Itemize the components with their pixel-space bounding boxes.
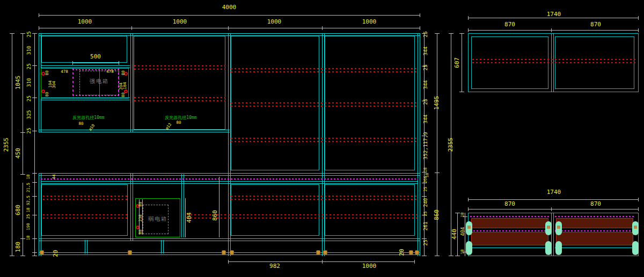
dim-label: 310 bbox=[26, 78, 32, 87]
dim-label: 25 bbox=[26, 31, 32, 37]
dim-label: 25 bbox=[26, 128, 32, 133]
dim-label: 25 bbox=[26, 95, 32, 101]
note-hole-diameter: 反光器孔径10mm bbox=[72, 116, 104, 120]
dim-power-box-width: 500 bbox=[90, 54, 101, 59]
dim-label: ø10 bbox=[88, 123, 96, 131]
dim-label: 18 bbox=[460, 212, 465, 217]
dim-label: 204 bbox=[119, 83, 123, 90]
dim-label: 21,5 bbox=[26, 183, 31, 192]
dim-bottom-982: 982 bbox=[269, 263, 280, 269]
dim-label: 92,5 bbox=[26, 196, 31, 205]
dim-label: 18 bbox=[26, 174, 31, 179]
dim-bay3: 1000 bbox=[267, 19, 282, 25]
dim-label: 404 bbox=[460, 227, 465, 236]
dim-label: 25 bbox=[423, 31, 428, 37]
dim-label: 80 bbox=[176, 121, 181, 125]
dim-label: 25 bbox=[26, 63, 32, 69]
dim-label: 25 bbox=[26, 214, 31, 219]
dim-label: 1495 bbox=[434, 96, 440, 110]
dim-label: 20 bbox=[399, 249, 405, 256]
dim-topright-width: 1740 bbox=[547, 11, 561, 17]
dim-overall-height-left: 2355 bbox=[3, 138, 9, 152]
dim-bottomright-height: 440 bbox=[451, 229, 457, 239]
dim-label: 1045 bbox=[15, 76, 21, 90]
dim-label: 310 bbox=[26, 46, 32, 55]
dim-label: 344 bbox=[423, 80, 428, 89]
dim-label: 25 bbox=[423, 186, 428, 191]
dim-bay2: 1000 bbox=[173, 19, 187, 25]
dim-label: 261 bbox=[423, 221, 428, 230]
dim-label: 44 bbox=[52, 174, 56, 179]
dim-label: 325 bbox=[26, 110, 32, 119]
dim-label: 680 bbox=[15, 205, 21, 215]
dim-label: 344 bbox=[423, 46, 428, 55]
dim-label: 344 bbox=[423, 114, 428, 123]
dim-label: 80 bbox=[121, 92, 126, 97]
dim-label: 18 bbox=[26, 207, 31, 212]
dim-label: 184 bbox=[123, 82, 127, 89]
dim-label: 180 bbox=[15, 242, 21, 252]
dim-overall-width: 4000 bbox=[222, 4, 237, 10]
dim-label: 80 bbox=[78, 122, 83, 126]
dim-label: 238 bbox=[138, 214, 143, 222]
dim-bay4: 1000 bbox=[362, 19, 377, 25]
dim-bottomright-width: 1740 bbox=[547, 189, 561, 195]
labels-layer: 4000100010001000100023551045253102531025… bbox=[0, 0, 644, 277]
dim-label: 870 bbox=[504, 201, 515, 207]
dim-label: 190 bbox=[26, 223, 31, 230]
label-low-voltage-box: 弱电箱 bbox=[148, 216, 167, 222]
dim-label: 18 bbox=[26, 235, 31, 240]
dim-label: 25 bbox=[423, 239, 428, 245]
dim-label: 240 bbox=[423, 198, 428, 207]
dim-label: 25 bbox=[423, 211, 428, 216]
dim-label: 450 bbox=[15, 148, 21, 159]
dim-overall-height-right: 2355 bbox=[448, 138, 453, 152]
dim-label: ø12 bbox=[165, 122, 172, 130]
dim-label: 80 bbox=[138, 201, 143, 206]
dim-label: 80 bbox=[45, 92, 49, 96]
dim-label: 25 bbox=[423, 64, 428, 70]
dim-label: 80 bbox=[121, 70, 126, 75]
dim-topright-height: 607 bbox=[454, 57, 460, 68]
dim-bay1: 1000 bbox=[78, 19, 92, 25]
dim-label: 18 bbox=[423, 167, 428, 172]
dim-label: 20 bbox=[53, 250, 58, 257]
dim-label: 860 bbox=[212, 210, 218, 221]
dim-label: 352,117,9 bbox=[423, 132, 428, 159]
dim-label: 478 bbox=[61, 70, 68, 74]
dim-label: 266 bbox=[423, 176, 428, 183]
dim-label: 860 bbox=[434, 209, 440, 220]
dim-label: 870 bbox=[590, 21, 601, 27]
dim-label: 870 bbox=[590, 201, 601, 207]
dim-label: 478 bbox=[106, 70, 114, 74]
note-hole-diameter: 反光器孔径10mm bbox=[165, 116, 196, 120]
dim-label: 80 bbox=[45, 70, 49, 75]
dim-bottom-1000: 1000 bbox=[362, 263, 377, 269]
cad-canvas: 4000100010001000100023551045253102531025… bbox=[0, 0, 644, 277]
dim-label: 870 bbox=[504, 21, 515, 27]
dim-label: 80 bbox=[138, 229, 143, 234]
dim-label: 304 bbox=[52, 81, 56, 88]
label-power-box: 强电箱 bbox=[90, 79, 109, 84]
dim-label: 404 bbox=[186, 212, 192, 223]
dim-label: 18 bbox=[460, 249, 465, 254]
dim-label: 25 bbox=[423, 99, 428, 104]
